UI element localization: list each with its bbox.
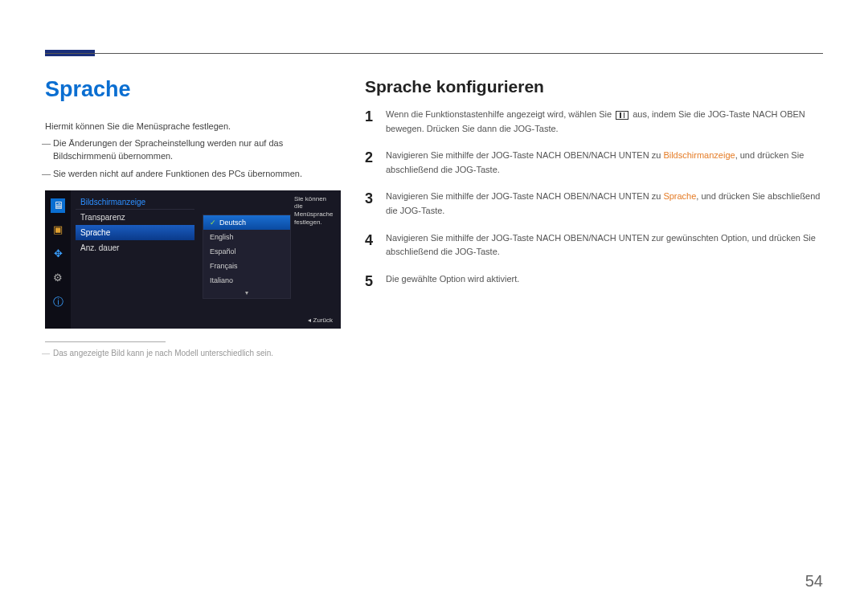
step-1: 1 Wenn die Funktionstastenhilfe angezeig… [365,108,823,136]
step-text: Navigieren Sie mithilfe der JOG-Taste NA… [386,149,823,177]
step-text: Die gewählte Option wird aktiviert. [386,272,519,287]
page-number: 54 [805,572,823,591]
note-2: Sie werden nicht auf andere Funktionen d… [45,168,341,181]
osd-screenshot: 🖥 ▣ ✥ ⚙ ⓘ Bildschirmanzeige Transparenz … [45,190,341,329]
step-number: 5 [365,272,376,290]
osd-sidebar: 🖥 ▣ ✥ ⚙ ⓘ [45,190,71,329]
step-text: Navigieren Sie mithilfe der JOG-Taste NA… [386,190,823,218]
osd-option-label: Deutsch [219,219,246,227]
step-text: Navigieren Sie mithilfe der JOG-Taste NA… [386,231,823,260]
osd-menu-title: Bildschirmanzeige [76,195,194,210]
step-number: 2 [365,149,376,166]
gear-icon: ⚙ [51,271,65,285]
step-text-pre: Navigieren Sie mithilfe der JOG-Taste NA… [386,150,663,160]
osd-option-espanol: Español [203,244,290,259]
subsection-title: Sprache konfigurieren [365,77,823,96]
intro-text: Hiermit können Sie die Menüsprache festl… [45,121,341,131]
step-number: 1 [365,108,376,125]
section-title: Sprache [45,77,341,102]
step-text-highlight: Bildschirmanzeige [663,150,735,160]
check-icon: ✓ [210,219,216,227]
right-column: Sprache konfigurieren 1 Wenn die Funktio… [365,77,823,303]
osd-option-deutsch: ✓Deutsch [203,215,290,230]
step-5: 5 Die gewählte Option wird aktiviert. [365,272,823,290]
osd-item-sprache: Sprache [76,225,194,240]
osd-menu: Bildschirmanzeige Transparenz Sprache An… [76,195,194,255]
osd-option-italiano: Italiano [203,273,290,288]
note-1: Die Änderungen der Spracheinstellung wer… [45,137,341,163]
step-number: 3 [365,190,376,207]
step-text: Wenn die Funktionstastenhilfe angezeigt … [386,108,823,136]
step-number: 4 [365,231,376,249]
monitor-icon: 🖥 [51,198,65,213]
step-4: 4 Navigieren Sie mithilfe der JOG-Taste … [365,231,823,260]
osd-submenu: ✓Deutsch English Español Français Italia… [203,215,291,299]
footnote-rule [45,341,166,342]
step-2: 2 Navigieren Sie mithilfe der JOG-Taste … [365,149,823,177]
info-icon: ⓘ [51,295,65,309]
step-text-pre: Wenn die Funktionstastenhilfe angezeigt … [386,109,614,119]
osd-option-english: English [203,230,290,244]
osd-item-anzdauer: Anz. dauer [76,240,194,255]
osd-option-francais: Français [203,259,290,273]
chevron-down-icon: ▾ [203,288,290,298]
picture-icon: ▣ [51,223,65,237]
step-3: 3 Navigieren Sie mithilfe der JOG-Taste … [365,190,823,218]
step-text-pre: Navigieren Sie mithilfe der JOG-Taste NA… [386,191,663,201]
menu-icon [616,111,628,120]
footnote: Das angezeigte Bild kann je nach Modell … [45,349,341,358]
navigate-icon: ✥ [51,247,65,261]
header-rule [45,53,823,54]
step-text-highlight: Sprache [663,191,696,201]
osd-item-transparenz: Transparenz [76,210,194,225]
left-column: Sprache Hiermit können Sie die Menüsprac… [45,77,341,358]
osd-hint: Sie können die Menüsprache festlegen. [294,195,334,226]
osd-back-label: Zurück [308,317,333,324]
